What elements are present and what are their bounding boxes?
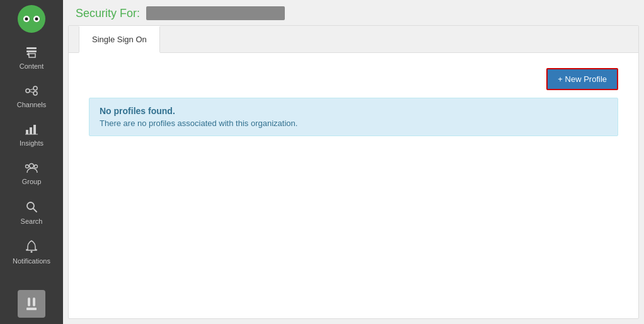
- logo-circle: [18, 5, 45, 33]
- sidebar-item-group[interactable]: Group: [0, 154, 63, 193]
- sidebar-item-label-notifications: Notifications: [13, 257, 50, 265]
- logo-eye-left: [23, 16, 30, 22]
- sidebar-item-notifications[interactable]: Notifications: [0, 233, 63, 272]
- sidebar-item-insights[interactable]: Insights: [0, 116, 63, 154]
- avatar: [18, 290, 45, 318]
- svg-rect-10: [30, 127, 32, 134]
- svg-point-5: [33, 86, 37, 90]
- svg-point-15: [35, 165, 38, 168]
- svg-line-7: [30, 89, 33, 90]
- svg-marker-2: [29, 54, 35, 57]
- sidebar-item-channels[interactable]: Channels: [0, 78, 63, 116]
- sidebar-item-label-insights: Insights: [20, 139, 43, 147]
- svg-point-18: [31, 251, 33, 253]
- logo: [0, 0, 63, 38]
- sidebar-item-search[interactable]: Search: [0, 193, 63, 233]
- tabs-bar: Single Sign On: [69, 26, 638, 53]
- svg-point-4: [26, 89, 30, 93]
- svg-rect-9: [26, 130, 28, 134]
- main-content: Security For: Single Sign On + New Profi…: [63, 0, 644, 324]
- tab-content: + New Profile No profiles found. There a…: [69, 53, 638, 146]
- info-banner: No profiles found. There are no profiles…: [89, 98, 618, 136]
- content-area: Single Sign On + New Profile No profiles…: [68, 25, 639, 319]
- search-icon: [25, 200, 38, 215]
- security-for-value: [146, 6, 285, 20]
- svg-rect-20: [33, 298, 35, 306]
- security-for-label: Security For:: [76, 7, 140, 20]
- svg-point-16: [27, 202, 34, 209]
- svg-point-14: [26, 165, 29, 168]
- tab-label-sso: Single Sign On: [92, 35, 147, 44]
- sidebar-item-label-content: Content: [20, 62, 44, 70]
- svg-line-8: [30, 91, 33, 93]
- logo-eyes: [23, 16, 40, 22]
- svg-rect-21: [26, 308, 37, 310]
- svg-point-13: [30, 164, 34, 168]
- content-icon: [25, 45, 38, 60]
- toolbar: + New Profile: [79, 63, 628, 98]
- group-icon: [25, 162, 38, 175]
- new-profile-button[interactable]: + New Profile: [546, 68, 618, 90]
- tab-single-sign-on[interactable]: Single Sign On: [79, 26, 160, 53]
- page-header: Security For:: [63, 0, 644, 20]
- svg-rect-11: [33, 125, 36, 134]
- insights-icon: [25, 124, 38, 137]
- sidebar: Content Channels Insights: [0, 0, 63, 324]
- info-banner-message: There are no profiles associated with th…: [100, 119, 607, 128]
- sidebar-item-label-search: Search: [21, 217, 43, 225]
- svg-line-17: [33, 209, 37, 212]
- svg-rect-0: [26, 47, 37, 49]
- logo-eye-right: [33, 16, 40, 22]
- svg-rect-19: [28, 298, 30, 306]
- svg-point-6: [33, 91, 37, 95]
- channels-icon: [25, 85, 38, 98]
- info-banner-title: No profiles found.: [100, 106, 607, 116]
- svg-rect-1: [26, 50, 37, 52]
- sidebar-item-label-channels: Channels: [17, 101, 46, 108]
- sidebar-item-label-group: Group: [22, 178, 42, 185]
- svg-marker-3: [26, 52, 29, 56]
- sidebar-bottom: [0, 284, 63, 324]
- notifications-icon: [26, 240, 37, 255]
- sidebar-item-content[interactable]: Content: [0, 38, 63, 78]
- avatar-container: [0, 284, 63, 324]
